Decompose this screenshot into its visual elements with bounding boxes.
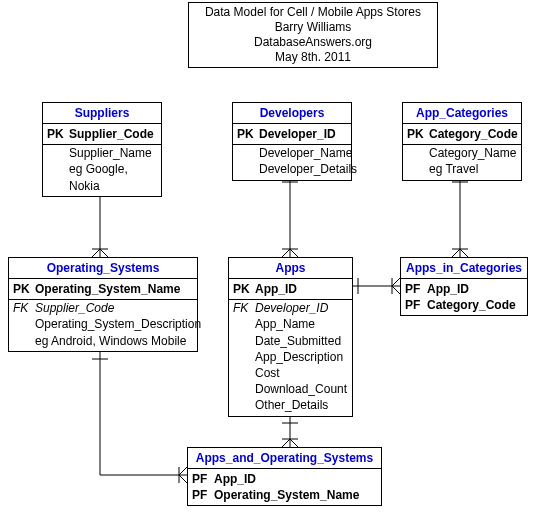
attr: eg Google, Nokia <box>69 161 157 193</box>
svg-line-29 <box>179 467 187 475</box>
pk-label: PK <box>237 126 259 142</box>
fk-label: FK <box>13 300 35 316</box>
attr: Developer_ID <box>255 300 328 316</box>
entity-title: Developers <box>233 103 351 124</box>
svg-line-13 <box>452 249 460 257</box>
attr: Category_Code <box>427 297 516 313</box>
attr: App_ID <box>255 281 297 297</box>
title-line: May 8th. 2011 <box>197 50 429 65</box>
entity-title: Apps <box>229 258 352 279</box>
attr: Category_Name <box>429 145 516 161</box>
svg-line-14 <box>460 249 468 257</box>
entity-apps: Apps PKApp_ID FKDeveloper_ID App_Name Da… <box>228 257 353 417</box>
title-line: Barry Williams <box>197 20 429 35</box>
pk-label: PK <box>407 126 429 142</box>
pf-label: PF <box>405 281 427 297</box>
attr: Supplier_Code <box>69 126 154 142</box>
attr: Other_Details <box>255 397 328 413</box>
entity-suppliers: Suppliers PKSupplier_Code Supplier_Name … <box>42 102 162 197</box>
svg-line-8 <box>282 249 290 257</box>
entity-title: Apps_and_Operating_Systems <box>188 448 381 469</box>
svg-line-19 <box>392 286 400 294</box>
entity-operating-systems: Operating_Systems PKOperating_System_Nam… <box>8 257 198 352</box>
pf-label: PF <box>405 297 427 313</box>
svg-line-23 <box>282 439 290 447</box>
attr: Supplier_Code <box>35 300 114 316</box>
attr: eg Travel <box>429 161 478 177</box>
attr: Developer_Name <box>259 145 352 161</box>
attr: Category_Code <box>429 126 518 142</box>
attr: Developer_Details <box>259 161 357 177</box>
entity-title: Suppliers <box>43 103 161 124</box>
svg-line-24 <box>290 439 298 447</box>
svg-line-4 <box>100 249 108 257</box>
fk-label: FK <box>233 300 255 316</box>
attr: Date_Submitted <box>255 333 341 349</box>
entity-apps-in-categories: Apps_in_Categories PFApp_ID PFCategory_C… <box>400 257 528 316</box>
attr: App_Description <box>255 349 343 365</box>
entity-app-categories: App_Categories PKCategory_Code Category_… <box>402 102 522 181</box>
entity-title: App_Categories <box>403 103 521 124</box>
diagram-title-box: Data Model for Cell / Mobile Apps Stores… <box>188 2 438 68</box>
svg-line-18 <box>392 278 400 286</box>
pk-label: PK <box>13 281 35 297</box>
attr: App_Name <box>255 316 315 332</box>
attr: Operating_System_Description <box>35 316 201 332</box>
svg-line-9 <box>290 249 298 257</box>
title-line: DatabaseAnswers.org <box>197 35 429 50</box>
entity-apps-and-operating-systems: Apps_and_Operating_Systems PFApp_ID PFOp… <box>187 447 382 506</box>
pf-label: PF <box>192 487 214 503</box>
svg-line-30 <box>179 475 187 483</box>
entity-title: Apps_in_Categories <box>401 258 527 279</box>
attr: eg Android, Windows Mobile <box>35 333 186 349</box>
attr: Download_Count <box>255 381 347 397</box>
pf-label: PF <box>192 471 214 487</box>
attr: Supplier_Name <box>69 145 152 161</box>
attr: Cost <box>255 365 280 381</box>
attr: App_ID <box>427 281 469 297</box>
attr: Developer_ID <box>259 126 336 142</box>
pk-label: PK <box>233 281 255 297</box>
attr: Operating_System_Name <box>35 281 180 297</box>
pk-label: PK <box>47 126 69 142</box>
title-line: Data Model for Cell / Mobile Apps Stores <box>197 5 429 20</box>
entity-developers: Developers PKDeveloper_ID Developer_Name… <box>232 102 352 181</box>
attr: Operating_System_Name <box>214 487 359 503</box>
attr: App_ID <box>214 471 256 487</box>
entity-title: Operating_Systems <box>9 258 197 279</box>
svg-line-3 <box>92 249 100 257</box>
